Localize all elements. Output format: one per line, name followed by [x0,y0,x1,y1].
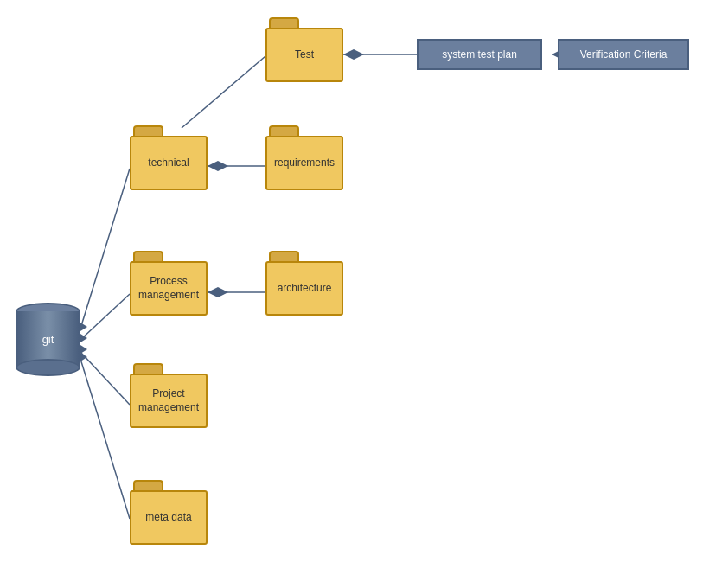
technical-folder-body: technical [130,136,208,190]
meta-data-folder-icon: meta data [130,480,208,545]
requirements-folder-body: requirements [265,136,343,190]
git-cylinder-bottom [16,359,80,376]
verification-criteria-box: Verification Criteria [558,39,689,70]
project-management-folder-icon: Projectmanagement [130,363,208,428]
project-management-folder: Projectmanagement [130,363,208,437]
meta-data-folder-body: meta data [130,490,208,545]
meta-data-folder: meta data [130,480,208,553]
architecture-folder: architecture [265,251,343,324]
svg-marker-16 [208,287,228,297]
svg-marker-9 [208,161,228,171]
diagram: Test technical requirements Processmanag… [0,0,703,588]
system-test-plan-box: system test plan [417,39,542,70]
svg-line-4 [182,56,265,128]
svg-marker-10 [343,49,364,60]
process-management-folder: Processmanagement [130,251,208,324]
requirements-folder: requirements [265,125,343,199]
svg-line-3 [80,359,130,519]
connector-lines [0,0,703,588]
technical-folder: technical [130,125,208,199]
requirements-folder-icon: requirements [265,125,343,190]
git-cylinder: git [16,303,80,376]
architecture-folder-icon: architecture [265,251,343,316]
process-management-folder-body: Processmanagement [130,261,208,316]
svg-line-2 [80,352,130,405]
svg-line-1 [80,294,130,340]
test-folder: Test [265,17,343,91]
architecture-folder-body: architecture [265,261,343,316]
test-folder-body: Test [265,28,343,82]
svg-line-0 [80,169,130,329]
test-folder-icon: Test [265,17,343,82]
process-management-folder-icon: Processmanagement [130,251,208,316]
technical-folder-icon: technical [130,125,208,190]
project-management-folder-body: Projectmanagement [130,374,208,428]
